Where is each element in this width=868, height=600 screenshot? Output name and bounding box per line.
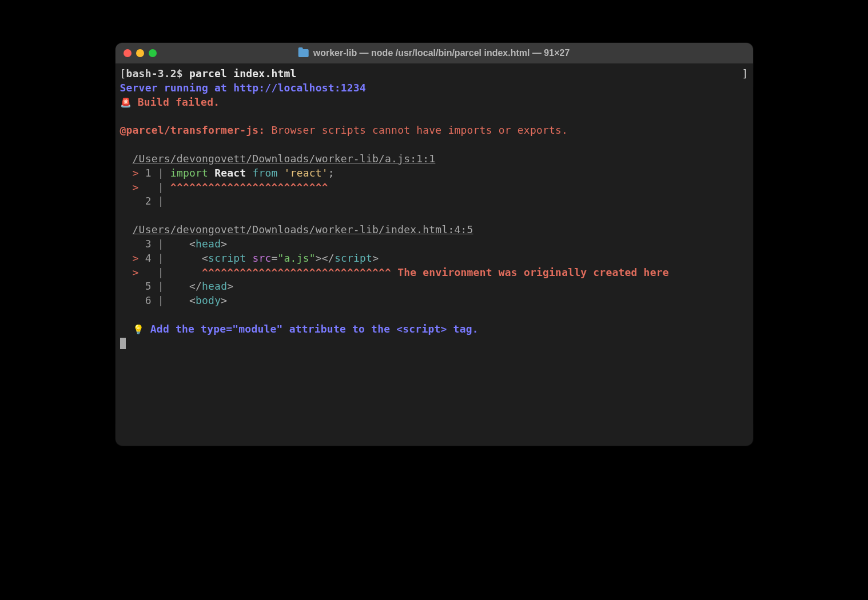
indent [170,252,202,264]
window-title: worker-lib — node /usr/local/bin/parcel … [298,48,570,58]
gutter-pipe: | [158,181,164,193]
tag-open: < [189,294,196,306]
gutter-pipe: | [158,195,164,207]
tag-script: script [335,252,372,264]
tag-head: head [202,280,227,292]
folder-icon [298,49,309,57]
line-number: 4 [145,252,152,264]
terminal-window: worker-lib — node /usr/local/bin/parcel … [116,43,753,446]
line-number: 3 [145,238,152,250]
gutter-pointer: > [133,266,139,278]
indent [170,266,202,278]
window-title-text: worker-lib — node /usr/local/bin/parcel … [313,48,570,58]
tag-close: > [227,280,233,292]
gutter-pointer: > [133,252,139,264]
tag-head: head [196,238,221,250]
tag-body: body [196,294,221,306]
annotation-message: The environment was originally created h… [391,266,669,278]
gutter-pipe: | [158,294,164,306]
identifier-react: React [214,167,246,179]
file-path-1: /Users/devongovett/Downloads/worker-lib/… [133,153,436,165]
prompt-open-bracket: [ [120,67,126,79]
tag-close: > [221,294,227,306]
attr-src: src [252,252,271,264]
gutter-pipe: | [158,252,164,264]
tag-open: </ [189,280,202,292]
tag-close: > [372,252,379,264]
minimize-button[interactable] [136,49,144,57]
close-button[interactable] [124,49,132,57]
prompt-close-bracket: ] [742,67,748,81]
gutter-pipe: | [158,238,164,250]
tag-script: script [208,252,246,264]
error-source: @parcel/transformer-js: [120,124,265,136]
maximize-button[interactable] [149,49,157,57]
keyword-import: import [170,167,208,179]
indent [170,294,189,306]
shell-prompt: bash-3.2$ [126,67,183,79]
caret-underline: ^^^^^^^^^^^^^^^^^^^^^^^^^ [170,181,328,193]
line-number: 1 [145,167,152,179]
attr-value: "a.js" [278,252,316,264]
tag-close: > [316,252,322,264]
siren-icon: 🚨 [120,97,132,108]
cursor [120,338,126,349]
titlebar: worker-lib — node /usr/local/bin/parcel … [116,43,753,63]
tag-close: > [221,238,227,250]
file-path-2: /Users/devongovett/Downloads/worker-lib/… [133,223,473,235]
tag-open: < [202,252,208,264]
terminal-body[interactable]: [bash-3.2$ parcel index.html] Server run… [116,63,753,354]
traffic-lights [124,49,157,57]
keyword-from: from [252,167,277,179]
server-running-line: Server running at http://localhost:1234 [120,82,366,94]
build-failed-text: Build failed. [132,96,220,108]
gutter-pipe: | [158,167,164,179]
gutter-pipe: | [158,266,164,278]
error-message: Browser scripts cannot have imports or e… [265,124,568,136]
space [246,252,252,264]
indent [170,280,189,292]
gutter-pointer: > [133,167,139,179]
indent [170,238,189,250]
gutter-pointer: > [133,181,139,193]
gutter-pipe: | [158,280,164,292]
lightbulb-icon: 💡 [133,324,144,335]
tag-open: </ [322,252,335,264]
hint-text: Add the type="module" attribute to the <… [144,323,479,335]
line-number: 5 [145,280,152,292]
tag-open: < [189,238,196,250]
command-text: parcel index.html [189,67,297,79]
semicolon: ; [328,167,335,179]
equals: = [272,252,278,264]
caret-underline: ^^^^^^^^^^^^^^^^^^^^^^^^^^^^^^ [202,266,391,278]
string-react: 'react' [284,167,328,179]
line-number: 6 [145,294,152,306]
line-number: 2 [145,195,152,207]
